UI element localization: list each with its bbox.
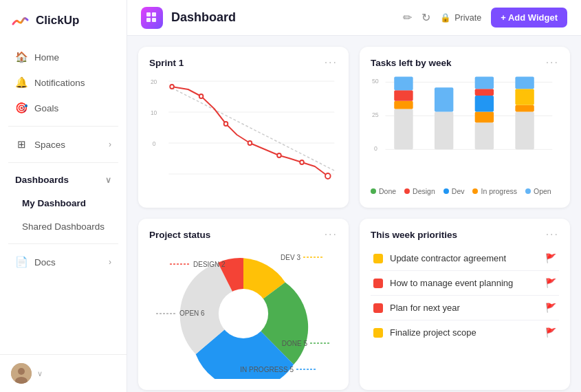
sidebar-item-home[interactable]: 🏠 Home [4, 45, 122, 69]
goals-icon: 🎯 [15, 102, 28, 114]
svg-rect-32 [435, 112, 453, 150]
priority-flag-4: 🚩 [545, 327, 556, 338]
sidebar-item-docs[interactable]: 📄 Docs › [4, 250, 122, 274]
bell-icon: 🔔 [15, 76, 28, 89]
legend-design-label: Design [413, 187, 435, 195]
sidebar-docs-label: Docs [34, 257, 56, 268]
private-label: Private [454, 13, 481, 23]
sidebar-item-notifications-label: Notifications [34, 78, 85, 88]
design-dot [404, 188, 410, 194]
svg-text:25: 25 [372, 111, 379, 118]
legend-in-progress-label: In progress [481, 187, 517, 195]
pie-label-dev: DEV 3 [281, 253, 324, 261]
legend-open: Open [525, 187, 551, 195]
add-widget-button[interactable]: + Add Widget [491, 8, 567, 28]
svg-rect-6 [152, 18, 156, 22]
sidebar-divider-1 [8, 126, 118, 127]
docs-chevron-icon: › [109, 257, 111, 267]
tasks-week-menu-icon[interactable]: ··· [546, 56, 559, 69]
svg-rect-37 [475, 89, 494, 96]
sidebar-item-shared-dashboards[interactable]: Shared Dashboards [4, 215, 122, 238]
sidebar-nav: 🏠 Home 🔔 Notifications 🎯 Goals ⊞ Spaces … [0, 41, 127, 354]
app-name: ClickUp [36, 14, 79, 28]
sprint-widget-header: Sprint 1 ··· [149, 56, 338, 69]
priorities-widget: This week priorities ··· Update contract… [360, 219, 570, 390]
svg-rect-5 [146, 18, 151, 22]
dashboard-grid: Sprint 1 ··· 20 10 0 [127, 36, 581, 392]
sidebar-item-my-dashboard[interactable]: My Dashboard [4, 192, 122, 215]
in-progress-dot [472, 188, 478, 194]
sidebar-divider-2 [8, 162, 118, 163]
project-status-widget: Project status ··· [138, 219, 349, 390]
svg-rect-31 [394, 77, 413, 91]
sidebar-item-goals-label: Goals [34, 103, 58, 113]
sidebar-item-goals[interactable]: 🎯 Goals [4, 96, 122, 120]
spaces-icon: ⊞ [15, 138, 28, 151]
svg-rect-34 [475, 122, 494, 149]
priority-item-2[interactable]: How to manage event planning 🚩 [371, 271, 559, 296]
my-dashboard-label: My Dashboard [22, 198, 86, 208]
sidebar-item-notifications[interactable]: 🔔 Notifications [4, 70, 122, 95]
svg-rect-35 [475, 112, 494, 123]
legend-dev: Dev [443, 187, 465, 195]
user-area[interactable]: ∨ [0, 354, 127, 392]
priority-item-1[interactable]: Update contractor agreement 🚩 [371, 246, 559, 271]
page-title: Dashboard [171, 10, 395, 25]
open-dot [525, 188, 531, 194]
sidebar-divider-3 [8, 243, 118, 244]
sidebar-item-spaces[interactable]: ⊞ Spaces › [4, 132, 122, 157]
avatar [11, 363, 32, 384]
dashboard-icon [141, 7, 163, 29]
legend-done: Done [371, 187, 396, 195]
priority-flag-3: 🚩 [545, 303, 556, 313]
svg-rect-3 [146, 12, 151, 17]
priority-color-4 [373, 328, 383, 338]
main-area: Dashboard ✏ ↻ 🔒 Private + Add Widget Spr… [127, 0, 581, 392]
pie-label-in-progress: IN PROGRESS 5 [240, 365, 317, 373]
pie-chart-area: DEV 3 DONE 5 IN PROGRESS 5 OPEN 6 [149, 246, 338, 380]
pie-label-design: DESIGN 2 [170, 260, 226, 268]
svg-rect-4 [152, 12, 156, 17]
svg-rect-30 [394, 90, 413, 101]
sprint-widget-title: Sprint 1 [149, 58, 184, 68]
sidebar-spaces-label: Spaces [34, 140, 65, 150]
legend-done-label: Done [379, 187, 396, 195]
priorities-list: Update contractor agreement 🚩 How to man… [371, 246, 559, 345]
priority-text-3: Plan for next year [390, 303, 538, 313]
topbar: Dashboard ✏ ↻ 🔒 Private + Add Widget [127, 0, 581, 36]
user-chevron-icon: ∨ [37, 369, 43, 378]
sidebar: ClickUp 🏠 Home 🔔 Notifications 🎯 Goals ⊞… [0, 0, 127, 392]
svg-rect-42 [515, 77, 534, 89]
svg-point-21 [325, 173, 331, 179]
private-button[interactable]: 🔒 Private [440, 12, 481, 23]
tasks-week-title: Tasks left by week [371, 58, 452, 68]
priority-item-3[interactable]: Plan for next year 🚩 [371, 296, 559, 320]
sprint-menu-icon[interactable]: ··· [325, 56, 338, 69]
topbar-actions: ✏ ↻ 🔒 Private + Add Widget [403, 8, 567, 28]
pie-label-open: OPEN 6 [156, 309, 205, 318]
svg-point-15 [170, 85, 174, 89]
lock-icon: 🔒 [440, 12, 451, 23]
priorities-menu-icon[interactable]: ··· [546, 228, 559, 241]
project-status-header: Project status ··· [149, 228, 338, 241]
sprint-widget: Sprint 1 ··· 20 10 0 [138, 47, 349, 208]
sidebar-item-dashboards[interactable]: Dashboards ∨ [4, 168, 122, 191]
svg-rect-38 [475, 77, 494, 89]
svg-text:0: 0 [374, 145, 377, 152]
sprint-chart: 20 10 0 [149, 74, 338, 198]
project-status-menu-icon[interactable]: ··· [325, 228, 338, 241]
svg-text:10: 10 [151, 109, 157, 116]
home-icon: 🏠 [15, 51, 28, 63]
legend-open-label: Open [534, 187, 551, 195]
refresh-icon[interactable]: ↻ [421, 11, 430, 24]
project-status-title: Project status [149, 230, 210, 240]
svg-point-16 [199, 94, 204, 98]
done-dot [371, 188, 376, 194]
svg-rect-41 [515, 89, 534, 105]
bar-chart-legend: Done Design Dev In progress Open [371, 187, 559, 195]
edit-icon[interactable]: ✏ [403, 11, 412, 24]
sidebar-dashboards-label: Dashboards [15, 175, 69, 185]
priority-color-1 [373, 254, 383, 263]
bar-chart-svg: 50 25 0 [371, 74, 559, 181]
priority-item-4[interactable]: Finalize project scope 🚩 [371, 320, 559, 345]
